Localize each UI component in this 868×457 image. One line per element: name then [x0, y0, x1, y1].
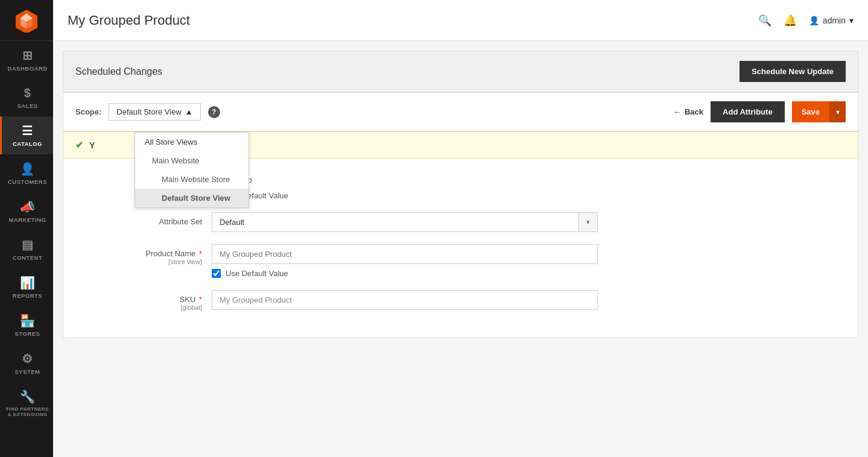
enable-product-control: No Use Default Value — [212, 173, 598, 200]
bell-icon[interactable]: 🔔 — [784, 14, 797, 27]
dropdown-item-default-store-view[interactable]: Default Store View — [135, 189, 249, 207]
sku-input[interactable] — [212, 290, 598, 310]
sidebar-item-label: FIND PARTNERS & EXTENSIONS — [4, 406, 51, 417]
sidebar-item-content[interactable]: ▤ CONTENT — [0, 230, 53, 268]
dropdown-item-all-store-views[interactable]: All Store Views — [135, 133, 249, 151]
search-icon[interactable]: 🔍 — [758, 14, 771, 27]
header-actions: 🔍 🔔 👤 admin ▾ — [758, 14, 854, 27]
chevron-down-icon: ▾ — [849, 16, 854, 25]
page-title: My Grouped Product — [68, 13, 190, 28]
save-dropdown-button[interactable]: ▾ — [829, 101, 846, 122]
product-name-use-default-checkbox[interactable] — [212, 269, 221, 278]
attribute-set-label: Attribute Set — [81, 212, 202, 226]
dropdown-item-main-website-store[interactable]: Main Website Store — [135, 170, 249, 189]
attribute-set-select[interactable]: Default — [212, 213, 578, 232]
sidebar: ⊞ DASHBOARD $ SALES ☰ CATALOG 👤 CUSTOMER… — [0, 0, 53, 457]
sidebar-item-label: CATALOG — [13, 140, 42, 147]
product-name-label: Product Name * [store view] — [81, 244, 202, 265]
sidebar-item-label: MARKETING — [8, 216, 46, 223]
scope-right: ← Back Add Attribute Save ▾ — [673, 101, 846, 122]
dropdown-item-main-website[interactable]: Main Website — [135, 151, 249, 170]
toggle-wrapper: No — [212, 173, 598, 186]
sidebar-item-marketing[interactable]: 📣 MARKETING — [0, 192, 53, 230]
scope-left: Scope: Default Store View ▲ ? All Store … — [75, 103, 220, 121]
user-icon: 👤 — [809, 16, 819, 25]
notification-text: Y — [89, 140, 95, 150]
customers-icon: 👤 — [20, 162, 36, 176]
content-icon: ▤ — [22, 238, 34, 252]
system-icon: ⚙ — [22, 351, 33, 366]
scheduled-changes-title: Scheduled Changes — [75, 66, 162, 77]
product-name-default-checkbox-row: Use Default Value — [212, 269, 598, 278]
sidebar-item-label: SYSTEM — [14, 368, 40, 375]
reports-icon: 📊 — [20, 276, 36, 290]
sku-control — [212, 290, 598, 310]
attribute-set-select-wrapper: Default ▾ — [212, 212, 598, 232]
sidebar-item-find-partners[interactable]: 🔧 FIND PARTNERS & EXTENSIONS — [0, 382, 53, 424]
sidebar-item-sales[interactable]: $ SALES — [0, 79, 53, 116]
sidebar-item-label: DASHBOARD — [7, 65, 47, 72]
main-content: My Grouped Product 🔍 🔔 👤 admin ▾ Schedul… — [53, 0, 868, 457]
back-button[interactable]: ← Back — [673, 107, 703, 116]
form-row-sku: SKU * [global] — [81, 290, 840, 311]
product-name-input[interactable] — [212, 244, 598, 264]
save-button[interactable]: Save — [792, 101, 829, 122]
enable-product-default-checkbox-row: Use Default Value — [212, 191, 598, 200]
content-area: Scheduled Changes Schedule New Update Sc… — [53, 41, 868, 457]
schedule-new-update-button[interactable]: Schedule New Update — [740, 61, 846, 82]
sidebar-item-catalog[interactable]: ☰ CATALOG — [0, 116, 53, 154]
dashboard-icon: ⊞ — [22, 48, 33, 63]
sku-required-star: * — [199, 295, 202, 304]
form-row-attribute-set: Attribute Set Default ▾ — [81, 212, 840, 232]
product-name-control: Use Default Value — [212, 244, 598, 278]
catalog-icon: ☰ — [22, 124, 33, 138]
sku-label: SKU * [global] — [81, 290, 202, 311]
check-icon: ✔ — [75, 139, 83, 151]
sidebar-item-customers[interactable]: 👤 CUSTOMERS — [0, 154, 53, 192]
scheduled-changes-bar: Scheduled Changes Schedule New Update — [63, 51, 858, 92]
marketing-icon: 📣 — [20, 200, 36, 214]
sidebar-item-stores[interactable]: 🏪 STORES — [0, 306, 53, 344]
sidebar-item-label: REPORTS — [13, 292, 42, 299]
sidebar-item-label: CUSTOMERS — [8, 178, 47, 185]
top-header: My Grouped Product 🔍 🔔 👤 admin ▾ — [53, 0, 868, 41]
scope-bar: Scope: Default Store View ▲ ? All Store … — [63, 92, 858, 131]
sidebar-item-label: CONTENT — [13, 254, 42, 261]
product-name-use-default-label[interactable]: Use Default Value — [226, 269, 288, 278]
admin-user-menu[interactable]: 👤 admin ▾ — [809, 16, 854, 25]
scope-select-button[interactable]: Default Store View ▲ — [109, 103, 200, 121]
scope-value: Default Store View — [116, 107, 181, 116]
partners-icon: 🔧 — [20, 389, 36, 404]
sidebar-item-label: STORES — [15, 330, 40, 337]
sales-icon: $ — [24, 86, 31, 100]
scope-dropdown: All Store Views Main Website Main Websit… — [135, 132, 249, 208]
sidebar-item-dashboard[interactable]: ⊞ DASHBOARD — [0, 41, 53, 79]
stores-icon: 🏪 — [20, 314, 36, 328]
select-caret-icon: ▾ — [578, 213, 597, 232]
sidebar-logo[interactable] — [0, 0, 53, 41]
required-star: * — [199, 249, 202, 258]
sidebar-item-reports[interactable]: 📊 REPORTS — [0, 268, 53, 306]
help-icon[interactable]: ? — [208, 106, 220, 118]
save-group: Save ▾ — [792, 101, 846, 122]
sidebar-item-system[interactable]: ⚙ SYSTEM — [0, 344, 53, 382]
back-label: Back — [685, 107, 703, 116]
admin-label: admin — [823, 16, 846, 25]
attribute-set-control: Default ▾ — [212, 212, 598, 232]
chevron-up-icon: ▲ — [185, 107, 193, 116]
magento-logo-icon — [14, 8, 39, 33]
sidebar-item-label: SALES — [17, 102, 37, 109]
back-arrow-icon: ← — [673, 107, 681, 116]
scope-label: Scope: — [75, 107, 101, 116]
add-attribute-button[interactable]: Add Attribute — [711, 101, 785, 122]
form-row-product-name: Product Name * [store view] Use Default … — [81, 244, 840, 278]
